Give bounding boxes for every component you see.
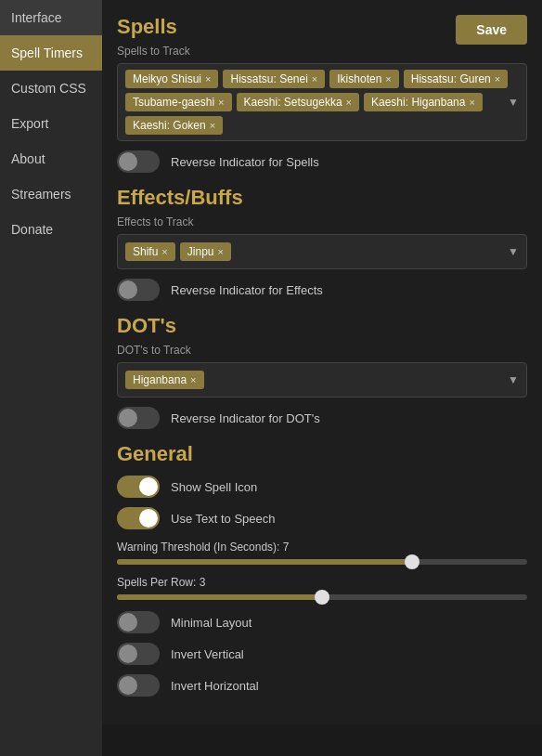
invert-vertical-label: Invert Vertical <box>171 647 244 661</box>
spells-tag-close[interactable]: × <box>218 97 224 108</box>
effects-tag-close[interactable]: × <box>217 246 223 257</box>
invert-vertical-toggle[interactable] <box>117 643 160 665</box>
spells-tag: Hissatsu: Senei × <box>223 70 325 88</box>
dots-reverse-toggle[interactable] <box>117 407 160 429</box>
sidebar-item-interface[interactable]: Interface <box>0 0 102 35</box>
sidebar-item-export[interactable]: Export <box>0 106 102 141</box>
sidebar-item-about[interactable]: About <box>0 141 102 176</box>
invert-horizontal-label: Invert Horizontal <box>171 679 259 693</box>
sidebar-item-custom-css[interactable]: Custom CSS <box>0 71 102 106</box>
spells-tag: Hissatsu: Guren × <box>404 70 508 88</box>
general-section: General Show Spell Icon Use Text to Spee… <box>117 442 527 697</box>
minimal-layout-row: Minimal Layout <box>117 611 527 633</box>
spells-track-label: Spells to Track <box>117 45 527 58</box>
save-button[interactable]: Save <box>456 15 527 45</box>
effects-track-label: Effects to Track <box>117 215 527 228</box>
show-spell-icon-label: Show Spell Icon <box>171 480 257 494</box>
dots-tag-close[interactable]: × <box>190 374 196 385</box>
dots-tag-box[interactable]: Higanbana ×▼ <box>117 362 527 398</box>
show-spell-icon-toggle[interactable] <box>117 476 160 498</box>
invert-horizontal-row: Invert Horizontal <box>117 674 527 697</box>
use-tts-knob <box>139 509 158 528</box>
dots-reverse-knob <box>119 409 137 427</box>
spells-dropdown-arrow[interactable]: ▼ <box>508 96 519 109</box>
dots-reverse-row: Reverse Indicator for DOT's <box>117 407 527 429</box>
spells-tag: Kaeshi: Goken × <box>125 116 223 135</box>
effects-tag-box[interactable]: Shifu ×Jinpu ×▼ <box>117 234 527 269</box>
main-wrapper: Save Spells Spells to Track Meikyo Shisu… <box>102 0 542 756</box>
effects-reverse-knob <box>119 280 137 299</box>
dots-dropdown-arrow[interactable]: ▼ <box>508 373 519 386</box>
effects-title: Effects/Buffs <box>117 186 527 210</box>
dots-tag: Higanbana × <box>125 371 204 389</box>
sidebar: InterfaceSpell TimersCustom CSSExportAbo… <box>0 0 102 756</box>
spells-reverse-toggle[interactable] <box>117 150 160 173</box>
spells-tag-close[interactable]: × <box>495 73 500 85</box>
effects-tag: Shifu × <box>125 242 175 261</box>
spells-per-row-label: Spells Per Row: 3 <box>117 576 527 589</box>
spells-tag-box[interactable]: Meikyo Shisui ×Hissatsu: Senei ×Ikishote… <box>117 63 527 141</box>
spells-tag: Meikyo Shisui × <box>125 70 218 88</box>
spells-per-row-track[interactable] <box>117 594 527 600</box>
warning-threshold-track[interactable] <box>117 559 527 565</box>
spells-tag-close[interactable]: × <box>312 73 317 85</box>
spells-tag: Tsubame-gaeshi × <box>125 93 232 111</box>
general-title: General <box>117 442 527 466</box>
dots-section: DOT's DOT's to Track Higanbana ×▼ Revers… <box>117 314 527 429</box>
minimal-layout-label: Minimal Layout <box>171 616 252 630</box>
effects-reverse-label: Reverse Indicator for Effects <box>171 283 323 297</box>
sidebar-item-donate[interactable]: Donate <box>0 212 102 247</box>
effects-tag-close[interactable]: × <box>161 246 167 257</box>
effects-reverse-row: Reverse Indicator for Effects <box>117 279 527 301</box>
invert-horizontal-knob <box>119 676 137 695</box>
effects-reverse-toggle[interactable] <box>117 279 160 301</box>
sidebar-item-spell-timers[interactable]: Spell Timers <box>0 35 102 71</box>
spells-reverse-label: Reverse Indicator for Spells <box>171 155 319 169</box>
spells-tag: Ikishoten × <box>329 70 398 88</box>
warning-threshold-section: Warning Threshold (In Seconds): 7 <box>117 541 527 565</box>
spells-tag-close[interactable]: × <box>210 120 215 131</box>
spells-tag-close[interactable]: × <box>205 73 211 85</box>
use-tts-toggle[interactable] <box>117 507 160 529</box>
warning-threshold-label: Warning Threshold (In Seconds): 7 <box>117 541 527 554</box>
use-tts-label: Use Text to Speech <box>171 512 276 526</box>
effects-tag: Jinpu × <box>180 242 231 261</box>
invert-vertical-row: Invert Vertical <box>117 643 527 665</box>
dots-reverse-label: Reverse Indicator for DOT's <box>171 411 320 425</box>
show-spell-icon-row: Show Spell Icon <box>117 476 527 498</box>
dots-track-label: DOT's to Track <box>117 344 527 357</box>
spells-tag-close[interactable]: × <box>469 97 474 108</box>
spells-per-row-fill <box>117 594 322 600</box>
spells-per-row-thumb[interactable] <box>315 590 329 605</box>
minimal-layout-toggle[interactable] <box>117 611 160 633</box>
effects-dropdown-arrow[interactable]: ▼ <box>508 245 519 258</box>
effects-section: Effects/Buffs Effects to Track Shifu ×Ji… <box>117 186 527 301</box>
spells-tag: Kaeshi: Setsugekka × <box>237 93 360 111</box>
minimal-layout-knob <box>119 613 137 632</box>
warning-threshold-thumb[interactable] <box>405 554 419 569</box>
spells-reverse-knob <box>119 152 137 171</box>
invert-vertical-knob <box>119 645 137 663</box>
warning-threshold-fill <box>117 559 412 565</box>
show-spell-icon-knob <box>139 477 158 496</box>
spells-per-row-section: Spells Per Row: 3 <box>117 576 527 600</box>
sidebar-item-streamers[interactable]: Streamers <box>0 176 102 212</box>
dots-title: DOT's <box>117 314 527 338</box>
spells-tag-close[interactable]: × <box>385 73 391 85</box>
spells-reverse-row: Reverse Indicator for Spells <box>117 150 527 173</box>
spells-tag: Kaeshi: Higanbana × <box>364 93 483 111</box>
invert-horizontal-toggle[interactable] <box>117 674 160 697</box>
main-content: Save Spells Spells to Track Meikyo Shisu… <box>102 0 542 724</box>
spells-tag-close[interactable]: × <box>346 97 352 108</box>
use-tts-row: Use Text to Speech <box>117 507 527 529</box>
